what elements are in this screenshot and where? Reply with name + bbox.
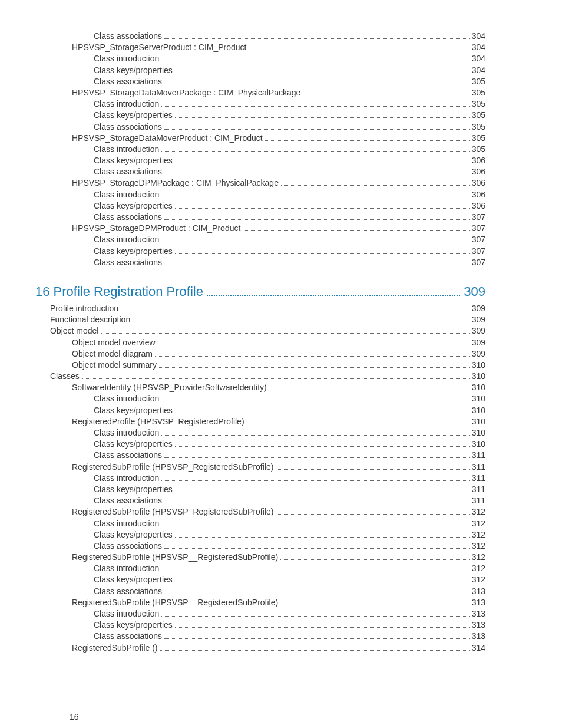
toc-leader-dots [207,295,460,296]
toc-leader-dots [158,345,470,345]
toc-entry-label: Class associations [94,541,162,551]
toc-entry[interactable]: Classes310 [35,371,485,381]
toc-entry[interactable]: Class keys/properties310 [35,405,485,416]
toc-entry[interactable]: Class keys/properties306 [35,200,485,211]
toc-entry[interactable]: Class associations313 [35,631,485,641]
toc-entry[interactable]: Object model overview309 [35,337,485,348]
toc-entry[interactable]: Class associations312 [35,541,485,551]
toc-entry[interactable]: Class keys/properties305 [35,110,485,120]
toc-entry[interactable]: HPSVSP_StorageDPMProduct : CIM_Product30… [35,223,485,233]
toc-leader-dots [175,253,470,254]
toc-entry[interactable]: Class introduction305 [35,98,485,109]
toc-entry-label: Class introduction [94,608,159,619]
toc-entry-label: Class keys/properties [94,200,173,211]
toc-entry[interactable]: Class introduction307 [35,234,485,245]
toc-leader-dots [161,242,469,242]
toc-entry-label: Class introduction [94,144,159,154]
toc-entry[interactable]: Class associations311 [35,450,485,460]
toc-entry-label: Class introduction [94,393,159,404]
toc-entry[interactable]: Class introduction313 [35,608,485,619]
toc-leader-dots [164,548,470,549]
toc-entry[interactable]: RegisteredSubProfile ()314 [35,643,485,653]
toc-entry[interactable]: Class introduction310 [35,427,485,438]
toc-entry[interactable]: Class keys/properties307 [35,246,485,256]
toc-leader-dots [160,650,470,651]
toc-leader-dots [164,38,470,39]
toc-entry[interactable]: Class introduction312 [35,518,485,529]
toc-top-block: Class associations304HPSVSP_StorageServe… [35,31,485,268]
toc-entry[interactable]: Class associations305 [35,121,485,132]
toc-entry[interactable]: Class associations313 [35,586,485,597]
toc-leader-dots [175,163,470,163]
toc-entry[interactable]: Class introduction310 [35,393,485,404]
toc-entry[interactable]: Class associations305 [35,76,485,87]
toc-entry-label: Class keys/properties [94,65,173,75]
toc-entry-page: 312 [472,574,485,585]
toc-entry-label: Class keys/properties [94,246,173,256]
toc-entry-page: 305 [472,133,485,143]
toc-entry[interactable]: Class keys/properties304 [35,65,485,75]
toc-entry-label: RegisteredSubProfile () [72,643,158,653]
toc-entry-page: 312 [472,541,485,551]
toc-entry-label: RegisteredSubProfile (HPSVSP_RegisteredS… [72,462,273,472]
toc-entry[interactable]: Class keys/properties313 [35,620,485,630]
toc-chapter-line[interactable]: 16 Profile Registration Profile 309 [35,284,485,299]
toc-leader-dots [269,390,470,390]
toc-leader-dots [175,627,470,628]
toc-entry[interactable]: Class introduction305 [35,144,485,154]
toc-leader-dots [247,424,470,424]
toc-entry[interactable]: HPSVSP_StorageServerProduct : CIM_Produc… [35,42,485,52]
toc-entry[interactable]: Class introduction311 [35,473,485,483]
toc-entry-page: 313 [472,620,485,630]
toc-entry[interactable]: Class introduction306 [35,189,485,200]
toc-entry-label: Class keys/properties [94,155,173,166]
toc-entry-page: 304 [472,65,485,75]
toc-entry-page: 313 [472,631,485,641]
toc-entry[interactable]: Class introduction312 [35,563,485,574]
toc-entry[interactable]: Class associations304 [35,31,485,41]
toc-entry[interactable]: HPSVSP_StorageDataMoverPackage : CIM_Phy… [35,87,485,98]
toc-entry-page: 310 [472,371,485,381]
toc-chapter-label: 16 Profile Registration Profile [35,284,203,299]
toc-entry[interactable]: RegisteredSubProfile (HPSVSP__Registered… [35,597,485,608]
toc-entry[interactable]: RegisteredSubProfile (HPSVSP__Registered… [35,552,485,562]
toc-entry[interactable]: Class associations307 [35,212,485,222]
toc-entry[interactable]: RegisteredSubProfile (HPSVSP_RegisteredS… [35,462,485,472]
toc-entry[interactable]: Class keys/properties312 [35,529,485,540]
toc-entry-label: Classes [50,371,80,381]
toc-entry[interactable]: Object model diagram309 [35,348,485,359]
toc-leader-dots [164,219,470,220]
toc-entry-page: 306 [472,177,485,188]
toc-entry[interactable]: RegisteredProfile (HPSVSP_RegisteredProf… [35,416,485,427]
toc-entry[interactable]: Class associations311 [35,495,485,506]
toc-entry-label: SoftwareIdentity (HPSVSP_ProviderSoftwar… [72,382,267,393]
toc-entry[interactable]: Class keys/properties311 [35,484,485,495]
toc-entry-label: HPSVSP_StorageServerProduct : CIM_Produc… [72,42,246,52]
toc-entry[interactable]: HPSVSP_StorageDataMoverProduct : CIM_Pro… [35,133,485,143]
toc-entry[interactable]: RegisteredSubProfile (HPSVSP_RegisteredS… [35,506,485,517]
toc-entry[interactable]: Class associations306 [35,166,485,177]
toc-entry[interactable]: Object model summary310 [35,360,485,370]
toc-entry[interactable]: HPSVSP_StorageDPMPackage : CIM_PhysicalP… [35,177,485,188]
toc-entry-label: RegisteredProfile (HPSVSP_RegisteredProf… [72,416,244,427]
toc-entry[interactable]: Class keys/properties306 [35,155,485,166]
toc-leader-dots [175,582,470,582]
toc-entry[interactable]: SoftwareIdentity (HPSVSP_ProviderSoftwar… [35,382,485,393]
toc-entry-page: 313 [472,608,485,619]
toc-entry-page: 311 [472,473,485,483]
toc-entry[interactable]: Profile introduction309 [35,303,485,314]
toc-entry[interactable]: Class keys/properties310 [35,439,485,449]
toc-entry[interactable]: Object model309 [35,325,485,336]
toc-entry[interactable]: Class introduction304 [35,53,485,64]
toc-entry-label: Class introduction [94,189,159,200]
toc-entry-page: 310 [472,382,485,393]
toc-leader-dots [249,50,469,50]
toc-entry-page: 307 [472,257,485,268]
toc-entry[interactable]: Class keys/properties312 [35,574,485,585]
toc-entry-page: 306 [472,166,485,177]
toc-entry-page: 305 [472,98,485,109]
toc-entry-label: Class associations [94,31,162,41]
toc-entry[interactable]: Class associations307 [35,257,485,268]
toc-entry[interactable]: Functional description309 [35,314,485,325]
toc-entry-label: HPSVSP_StorageDataMoverProduct : CIM_Pro… [72,133,263,143]
